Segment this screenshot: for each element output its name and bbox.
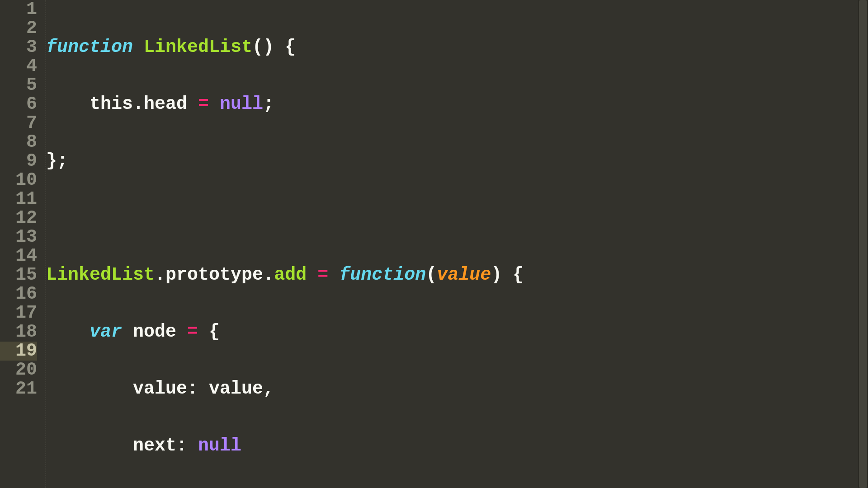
code-line[interactable]: this.head = null;	[46, 95, 868, 114]
code-area[interactable]: function LinkedList() { this.head = null…	[45, 0, 868, 488]
type-name: LinkedList	[144, 37, 252, 57]
literal-null: null	[220, 94, 263, 114]
line-number: 1	[0, 0, 37, 19]
line-number: 8	[0, 133, 37, 152]
line-number: 12	[0, 209, 37, 228]
line-number-gutter: 1 2 3 4 5 6 7 8 9 10 11 12 13 14 15 16 1…	[0, 0, 45, 488]
scrollbar-thumb[interactable]	[859, 0, 867, 488]
line-number: 21	[0, 380, 37, 399]
line-number: 9	[0, 152, 37, 171]
line-number: 6	[0, 95, 37, 114]
line-number: 11	[0, 190, 37, 209]
line-number: 20	[0, 361, 37, 380]
code-line[interactable]: LinkedList.prototype.add = function(valu…	[46, 266, 868, 285]
line-number: 15	[0, 266, 37, 285]
code-line[interactable]: value: value,	[46, 380, 868, 399]
line-number: 14	[0, 247, 37, 266]
line-number: 13	[0, 228, 37, 247]
code-line[interactable]: next: null	[46, 436, 868, 455]
code-editor[interactable]: 1 2 3 4 5 6 7 8 9 10 11 12 13 14 15 16 1…	[0, 0, 868, 488]
code-line[interactable]: function LinkedList() {	[46, 38, 868, 57]
line-number: 19	[0, 342, 37, 361]
line-number: 18	[0, 323, 37, 342]
line-number: 5	[0, 76, 37, 95]
line-number: 7	[0, 114, 37, 133]
keyword-function: function	[46, 37, 133, 57]
keyword-var: var	[90, 322, 122, 342]
line-number: 3	[0, 38, 37, 57]
parameter: value	[437, 265, 491, 285]
line-number: 10	[0, 171, 37, 190]
line-number: 2	[0, 19, 37, 38]
line-number: 17	[0, 304, 37, 323]
line-number: 4	[0, 57, 37, 76]
code-line[interactable]	[46, 209, 868, 228]
line-number: 16	[0, 285, 37, 304]
vertical-scrollbar[interactable]	[858, 0, 868, 488]
code-line[interactable]: };	[46, 152, 868, 171]
code-line[interactable]: var node = {	[46, 323, 868, 342]
